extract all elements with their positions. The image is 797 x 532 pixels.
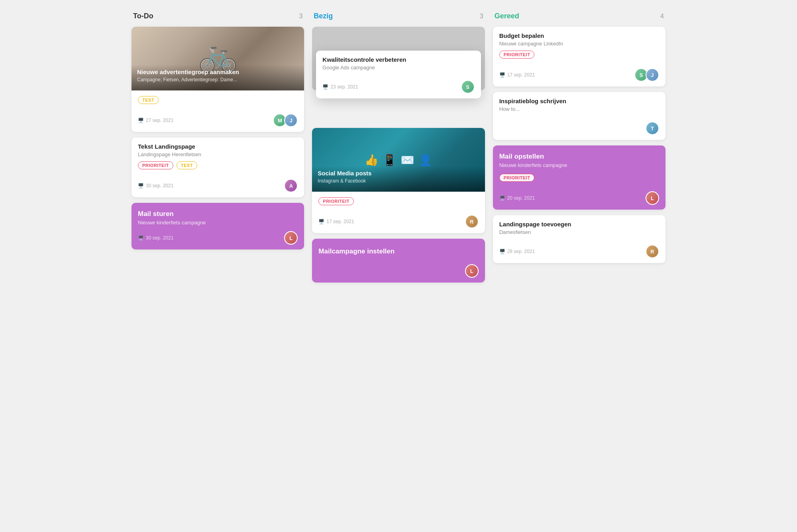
column-header-bezig: Bezig 3 [312, 12, 485, 20]
card-inspiratieblog[interactable]: Inspiratieblog schrijven How to... T [493, 92, 665, 140]
date-icon: 🖥️ [499, 72, 505, 78]
card-title: Social Media posts [318, 170, 479, 177]
card-footer: T [493, 122, 665, 140]
card-subtitle: How to... [499, 106, 659, 112]
badge-list: PRIORITEIT TEST [138, 161, 298, 169]
date-icon: 🖥️ [138, 183, 144, 188]
card-image-section: Nieuwe advertentiegroep aanmaken Campagn… [132, 27, 304, 90]
column-title-todo: To-Do [133, 12, 153, 20]
date-icon: 🖥️ [322, 84, 328, 90]
card-subtitle: Landingspage Herenfietsen [138, 151, 298, 157]
avatar: T [646, 122, 659, 135]
card-subtitle: Google Ads campagne [322, 65, 474, 71]
avatar: R [646, 245, 659, 258]
avatars: A [284, 179, 298, 192]
column-count-gereed: 4 [660, 13, 664, 20]
avatars: L [284, 231, 298, 245]
card-date: 🖥️ 30 sep. 2021 [138, 235, 173, 241]
badge-list: PRIORITEIT [318, 197, 478, 205]
badge-test: TEST [177, 161, 197, 169]
card-footer: L [312, 264, 485, 283]
card-mail-opstellen[interactable]: Mail opstellen Nieuwe kinderfiets campag… [493, 145, 665, 210]
date-icon: 🖥️ [138, 118, 144, 123]
card-budget-bepalen[interactable]: Budget bepalen Nieuwe campagne LinkedIn … [493, 27, 665, 86]
card-title: Mail sturen [138, 210, 298, 218]
card-date: 🖥️ 17 sep. 2021 [499, 72, 535, 78]
card-subtitle: Nieuwe campagne LinkedIn [499, 41, 659, 47]
card-body: TEST [132, 90, 304, 114]
badge-list: PRIORITEIT [499, 174, 659, 182]
person-icon: 👤 [418, 153, 432, 167]
date-icon: 🖥️ [138, 235, 144, 241]
card-body: Budget bepalen Nieuwe campagne LinkedIn … [493, 27, 665, 68]
avatar: A [284, 179, 298, 192]
avatar: J [646, 68, 659, 82]
card-body: Tekst Landingspage Landingspage Herenfie… [132, 137, 304, 179]
badge-prioriteit: PRIORITEIT [499, 51, 535, 59]
card-subtitle: Damesfietsen [499, 229, 659, 235]
card-body: Kwaliteitscontrole verbeteren Google Ads… [316, 51, 481, 80]
card-title: Landingspage toevoegen [499, 221, 659, 228]
column-count-todo: 3 [299, 13, 302, 20]
column-count-bezig: 3 [480, 13, 483, 20]
card-image-section: 👍 📱 ✉️ 👤 Social Media posts Instagram & … [312, 128, 485, 192]
phone-icon: 📱 [383, 153, 397, 167]
card-social-media[interactable]: 👍 📱 ✉️ 👤 Social Media posts Instagram & … [312, 128, 485, 233]
avatars: M J [273, 114, 298, 127]
card-group-kwaliteit: Kwaliteitscontrole verbeteren Google Ads… [312, 27, 485, 90]
card-subtitle: Nieuwe kinderfiets campagne [499, 162, 659, 168]
card-nieuwe-advertentiegroep[interactable]: Nieuwe advertentiegroep aanmaken Campagn… [132, 27, 304, 132]
card-footer: 🖥️ 17 sep. 2021 R [312, 215, 485, 233]
card-footer: 🖥️ 27 sep. 2021 M J [132, 114, 304, 132]
card-date: 🖥️ 23 sep. 2021 [322, 84, 358, 90]
avatar: L [465, 264, 479, 278]
badge-prioriteit: PRIORITEIT [138, 161, 173, 169]
column-title-bezig: Bezig [314, 12, 333, 20]
card-title: Mailcampagne instellen [318, 247, 478, 255]
card-title: Kwaliteitscontrole verbeteren [322, 56, 474, 63]
card-footer: 🖥️ 30 sep. 2021 L [132, 231, 304, 249]
mail-icon: ✉️ [400, 153, 414, 167]
card-date: 🖥️ 30 sep. 2021 [138, 183, 173, 188]
card-body: PRIORITEIT [312, 192, 485, 215]
card-landingspage-toevoegen[interactable]: Landingspage toevoegen Damesfietsen 🖥️ 2… [493, 215, 665, 263]
card-footer: 🖥️ 20 sep. 2021 L [493, 191, 665, 210]
card-mail-sturen[interactable]: Mail sturen Nieuwe kinderfiets campagne … [132, 203, 304, 249]
avatars: R [646, 245, 659, 258]
card-title: Inspiratieblog schrijven [499, 98, 659, 104]
card-body: Landingspage toevoegen Damesfietsen [493, 215, 665, 245]
card-mailcampagne[interactable]: Mailcampagne instellen L [312, 239, 485, 283]
card-body: Inspiratieblog schrijven How to... [493, 92, 665, 122]
avatars: S [461, 80, 475, 94]
card-overlay-text: Nieuwe advertentiegroep aanmaken Campagn… [132, 65, 304, 90]
card-tekst-landingspage[interactable]: Tekst Landingspage Landingspage Herenfie… [132, 137, 304, 197]
avatars: S J [634, 68, 659, 82]
card-date: 🖥️ 20 sep. 2021 [499, 195, 535, 201]
avatar: J [284, 114, 298, 127]
card-overlay-text: Social Media posts Instagram & Facebook [312, 166, 485, 192]
card-subtitle: Instagram & Facebook [318, 178, 479, 184]
card-title: Budget bepalen [499, 32, 659, 39]
card-body: Mail opstellen Nieuwe kinderfiets campag… [493, 145, 665, 174]
avatars: L [465, 264, 479, 278]
card-body: Mail sturen Nieuwe kinderfiets campagne [132, 203, 304, 231]
badge-list: TEST [138, 96, 298, 104]
date-icon: 🖥️ [499, 249, 505, 254]
card-kwaliteitscontrole[interactable]: Kwaliteitscontrole verbeteren Google Ads… [316, 51, 481, 98]
date-icon: 🖥️ [318, 219, 324, 224]
column-title-gereed: Gereed [495, 12, 519, 20]
social-icons: 👍 📱 ✉️ 👤 [365, 153, 432, 167]
column-header-gereed: Gereed 4 [493, 12, 665, 20]
avatar: R [465, 215, 479, 228]
avatars: R [465, 215, 479, 228]
avatars: L [646, 191, 659, 205]
avatar: S [461, 80, 475, 94]
avatar: L [284, 231, 298, 245]
card-title: Tekst Landingspage [138, 143, 298, 150]
badge-test: TEST [138, 96, 159, 104]
card-body: Mailcampagne instellen [312, 239, 485, 264]
card-footer: 🖥️ 23 sep. 2021 S [316, 80, 481, 98]
thumbs-up-icon: 👍 [365, 153, 379, 167]
popup-spacer [312, 96, 485, 128]
kanban-board: To-Do 3 Nieuwe advertentiegroep aanmaken… [132, 12, 665, 288]
